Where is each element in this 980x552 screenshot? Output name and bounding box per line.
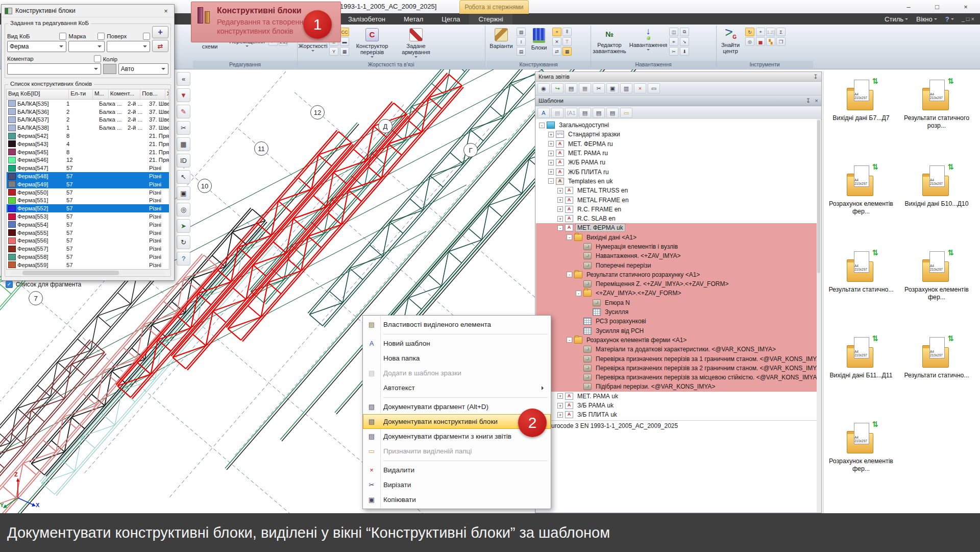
color-select[interactable]: Авто [118, 63, 168, 75]
expand-toggle-icon[interactable]: + [557, 403, 563, 409]
tree-item[interactable]: Нумерація елементів і вузлів [536, 242, 817, 251]
report-folder-item[interactable]: A4 210x297 ⇅ Вихідні дані Б11...Д11 [823, 337, 899, 423]
mosaic-icon[interactable]: ▚ [766, 37, 775, 46]
context-menu-item[interactable]: ✂ Вирізати [363, 477, 551, 492]
report-folder-item[interactable]: A4 210x297 ⇅ Результати статично... [899, 337, 974, 423]
tree-item[interactable]: Перевірка призначених перерізів за 2 гра… [536, 364, 817, 373]
poverh-select[interactable] [107, 41, 150, 52]
toolbar-icon[interactable]: ▦ [579, 83, 591, 93]
cc-icon[interactable]: СС [340, 28, 349, 36]
expand-toggle-icon[interactable]: - [548, 178, 554, 184]
table-row[interactable]: Ферма[548] 57 Різні [7, 172, 169, 180]
comment-select[interactable] [7, 63, 101, 75]
table-row[interactable]: Ферма[543] 4 21. Прямок [7, 140, 169, 148]
table-row[interactable]: Ферма[546] 12 21. Прямок [7, 156, 169, 164]
tree-item[interactable]: + A МЕТ. РАМА uk [536, 392, 817, 401]
toolbar-icon[interactable]: ▤ [579, 108, 591, 118]
view-tool-button[interactable]: ➤ [177, 219, 190, 233]
ibeam-icon[interactable]: I [517, 37, 526, 46]
move-load-icon[interactable]: ➘ [680, 37, 689, 46]
expand-toggle-icon[interactable]: + [557, 412, 563, 418]
toolbar-icon[interactable]: A [537, 108, 550, 118]
toolbar-icon[interactable]: ▥ [620, 83, 632, 93]
comment-checkbox[interactable] [94, 55, 101, 62]
context-menu-item[interactable] [363, 332, 551, 336]
frame-icon[interactable]: ▦ [340, 47, 349, 56]
table-row[interactable]: БАЛКА[538] 1 Балка ... 2-й ... 37. Швеле… [7, 124, 169, 132]
context-menu-item[interactable] [363, 459, 551, 463]
toolbar-icon[interactable]: ◉ [537, 83, 550, 93]
tree-item[interactable]: + A R.C. SLAB en [536, 214, 817, 223]
expand-toggle-icon[interactable]: + [557, 188, 563, 194]
tee-icon[interactable]: ⊤ [562, 37, 572, 46]
toolbar-icon[interactable]: (A1 [565, 108, 577, 118]
tree-item[interactable]: - <+ZAV_IMYA>.<+ZAV_FORM> [536, 289, 817, 298]
report-folder-item[interactable]: A4 210x297 ⇅ Результати статичного розр.… [899, 80, 974, 165]
copy-load-icon[interactable]: ⧉ [680, 28, 689, 36]
tree-item[interactable]: Епюра N [536, 298, 817, 307]
expand-toggle-icon[interactable]: - [557, 225, 563, 231]
view-tool-button[interactable]: ✎ [177, 105, 190, 118]
blocks-button[interactable]: Блоки [527, 27, 551, 51]
table-row[interactable]: Ферма[551] 57 Різні [7, 197, 169, 205]
view-tool-button[interactable]: ID [177, 154, 190, 167]
expand-toggle-icon[interactable]: - [567, 234, 572, 240]
toolbar-icon[interactable]: ▤ [606, 108, 619, 118]
view-tool-button[interactable]: ↻ [177, 235, 190, 249]
toolbar-icon[interactable]: ▤ [593, 108, 605, 118]
panel-header[interactable]: Конструктивні блоки × [2, 5, 174, 17]
table-row[interactable]: Ферма[549] 57 Різні [7, 180, 169, 188]
tree-item[interactable]: + A МЕТ. РАМА ru [536, 149, 817, 158]
tree-item[interactable]: Навантаження. <+ZAV_IMYA> [536, 251, 817, 260]
restore-button[interactable]: □ [923, 0, 951, 13]
tree-item[interactable]: + A R.C. FRAME en [536, 205, 817, 214]
loads-button[interactable]: ↓Навантаження [629, 27, 668, 52]
panels-icon[interactable]: ❒ [776, 37, 786, 46]
table-row[interactable]: Ферма[553] 57 Різні [7, 212, 169, 221]
tree-item[interactable]: Матеріали та додаткові характеристики. <… [536, 345, 817, 354]
toolbar-icon[interactable]: × [634, 83, 646, 93]
marka-select[interactable] [68, 41, 105, 52]
expand-toggle-icon[interactable]: + [548, 160, 554, 165]
poverh-checkbox[interactable] [143, 33, 150, 40]
hinge-icon[interactable]: Y [329, 47, 338, 56]
table-header[interactable]: Вид КоБ[ID] Ел-ти М... Комент... Пов... … [7, 89, 169, 100]
brick-icon[interactable]: ▤ [517, 47, 526, 56]
tree-item[interactable]: + A Ж/Б ПЛИТА ru [536, 167, 817, 176]
toolbar-icon[interactable]: ▤ [551, 108, 564, 118]
tree-item[interactable]: - A Templates en uk [536, 177, 817, 186]
section-designer-button[interactable]: СКонструктор перерізів [351, 27, 394, 59]
tree-item[interactable]: + A Ж/Б РАМА ru [536, 158, 817, 167]
expand-toggle-icon[interactable]: + [557, 197, 563, 203]
tree-item[interactable]: + A З/Б РАМА uk [536, 401, 817, 410]
tab-metal[interactable]: Метал [395, 13, 432, 25]
table-row[interactable]: Ферма[555] 57 Різні [7, 229, 169, 237]
tree-item[interactable]: Поперечні перерізи [536, 260, 817, 270]
view-tool-button[interactable]: ▼ [177, 88, 190, 102]
tree-item[interactable]: - A МЕТ. ФЕРМА uk [536, 223, 817, 232]
context-menu-item[interactable]: ▣ Копіювати [363, 492, 551, 507]
find-center-button[interactable]: GЗнайти центр [717, 27, 744, 54]
fragment-checkbox[interactable]: ✓ [6, 281, 13, 288]
context-menu-item[interactable]: ▤ Додати в шаблон зразки [363, 366, 551, 380]
variants-button[interactable]: Варіанти [487, 27, 515, 49]
swap-arrows-button[interactable]: ⇄ [152, 40, 168, 52]
distributed-load-icon[interactable]: ⫢ [669, 37, 678, 46]
report-folder-item[interactable]: A4 210x297 ⇅ Вихідні дані Б7...Д7 [823, 80, 899, 165]
cross-members-icon[interactable]: ✕ [552, 37, 561, 46]
add-block-button[interactable]: + [152, 26, 168, 38]
table-row[interactable]: Ферма[559] 57 Різні [7, 261, 169, 269]
tab-sterzhni[interactable]: Стержні [469, 13, 512, 25]
table-row[interactable]: Ферма[550] 57 Різні [7, 188, 169, 197]
table-row[interactable]: БАЛКА[537] 2 Балка ... 2-й ... 37. Швеле… [7, 116, 169, 124]
rotate-view-icon[interactable]: ↻ [745, 28, 754, 36]
close-icon[interactable]: × [161, 7, 171, 15]
table-row[interactable]: Ферма[547] 57 Різні [7, 164, 169, 172]
assigned-reinforcement-button[interactable]: Задане армування [395, 27, 437, 59]
context-menu-item[interactable]: A Новий шаблон [363, 336, 551, 351]
view-tool-button[interactable]: ? [177, 252, 190, 266]
expand-toggle-icon[interactable]: + [548, 141, 554, 147]
table-hscrollbar[interactable] [10, 271, 165, 275]
report-folder-item[interactable]: A4 210x297 ⇅ Вихідні дані Б10...Д10 [899, 165, 974, 251]
mdi-window-buttons[interactable]: _ □ × [959, 16, 977, 22]
